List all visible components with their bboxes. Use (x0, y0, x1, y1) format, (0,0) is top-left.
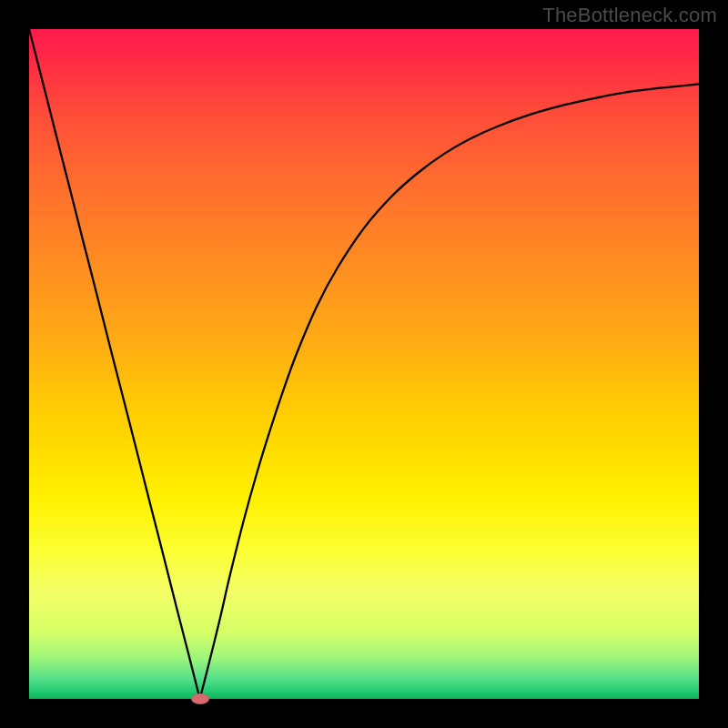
curve-svg (29, 29, 699, 699)
bottleneck-curve (29, 29, 699, 699)
watermark-text: TheBottleneck.com (542, 4, 717, 27)
plot-area (29, 29, 699, 699)
chart-frame: TheBottleneck.com (0, 0, 728, 728)
minimum-marker (191, 693, 209, 704)
